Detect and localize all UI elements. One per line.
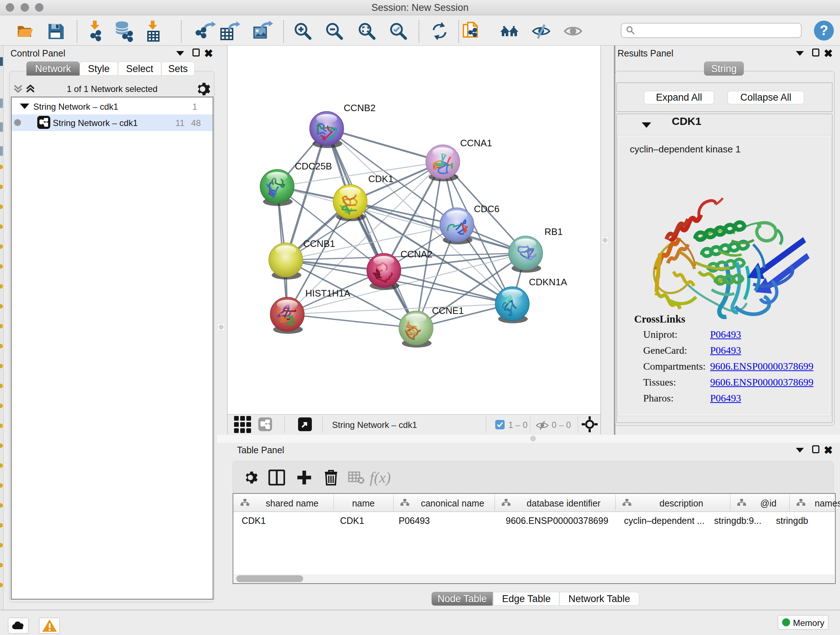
svg-text:CDC25B: CDC25B xyxy=(295,161,332,172)
svg-text:CCNE1: CCNE1 xyxy=(432,305,464,316)
svg-text:CDC6: CDC6 xyxy=(474,203,500,214)
svg-text:CDKN1A: CDKN1A xyxy=(529,277,567,287)
svg-text:CCNB1: CCNB1 xyxy=(303,238,335,249)
svg-text:CDK1: CDK1 xyxy=(368,173,393,184)
svg-text:CCNB2: CCNB2 xyxy=(344,103,376,113)
svg-text:CCNA1: CCNA1 xyxy=(460,138,492,149)
svg-text:RB1: RB1 xyxy=(545,226,563,237)
svg-text:CCNA2: CCNA2 xyxy=(401,249,432,260)
svg-text:HIST1H1A: HIST1H1A xyxy=(305,288,351,299)
